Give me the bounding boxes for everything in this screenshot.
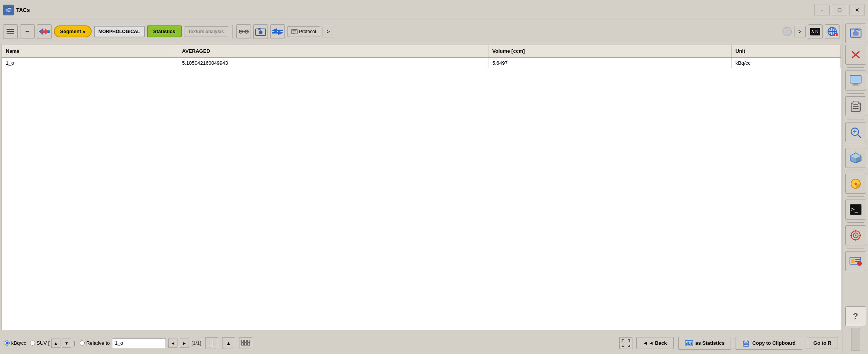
svg-rect-52 <box>853 83 858 84</box>
link-button[interactable] <box>236 24 251 39</box>
sidebar-terminal-button[interactable]: >_ <box>845 200 866 220</box>
statistics-button[interactable]: Statistics <box>147 25 182 37</box>
left-panel: − Segment » MORPHOLOGICAL Statistics Tex… <box>0 20 843 354</box>
copy-clipboard-button[interactable]: Copy to Clipboard <box>736 337 802 350</box>
maximize-button[interactable]: □ <box>832 5 847 15</box>
help-icon: ? <box>853 311 858 321</box>
screenshot-button[interactable] <box>253 24 268 39</box>
svg-rect-56 <box>853 101 858 104</box>
svg-text:A: A <box>811 29 814 34</box>
cell-name: 1_o <box>2 57 178 68</box>
cell-unit: kBq/cc <box>731 57 840 68</box>
svg-rect-33 <box>248 340 250 342</box>
back-label: ◄ Back <box>649 340 667 346</box>
relative-to-input[interactable] <box>112 338 166 348</box>
col-name: Name <box>2 45 178 57</box>
copy-clipboard-label: Copy to Clipboard <box>752 340 796 346</box>
texture-analysis-button[interactable]: Texture analysis <box>184 26 228 37</box>
relative-radio[interactable] <box>80 341 85 346</box>
svg-rect-3 <box>8 10 11 10</box>
close-button[interactable]: ✕ <box>850 5 865 15</box>
sort-button[interactable]: ▲ <box>222 337 235 349</box>
suv-up-button[interactable]: ▲ <box>51 339 60 348</box>
sidebar-segment-button[interactable] <box>845 174 866 194</box>
suv-down-button[interactable]: ▼ <box>62 339 71 348</box>
sidebar-open-button[interactable] <box>845 23 866 43</box>
svg-text:R: R <box>815 29 818 34</box>
suv-radio[interactable] <box>30 341 35 346</box>
suv-group: SUV [ ▲ ▼ ] <box>30 339 76 348</box>
table-header-row: Name AVERAGED Volume [ccm] Unit <box>2 45 841 57</box>
network-toolbar-button[interactable]: ! <box>825 24 840 39</box>
sidebar-divider-2 <box>847 93 864 94</box>
sidebar-help-button[interactable]: ? <box>845 306 866 326</box>
kbqcc-radio-label[interactable]: kBq/cc <box>5 340 26 346</box>
underscore-button[interactable]: _| <box>205 337 218 349</box>
suv-radio-label[interactable]: SUV [ <box>30 340 50 346</box>
sidebar-transfer2-button[interactable]: ! <box>845 251 866 271</box>
svg-rect-79 <box>851 259 855 263</box>
svg-point-14 <box>259 30 263 34</box>
relative-radio-label[interactable]: Relative to <box>80 340 110 346</box>
relative-next-button[interactable]: ► <box>180 339 189 348</box>
main-layout: − Segment » MORPHOLOGICAL Statistics Tex… <box>0 20 868 354</box>
sidebar-divider-5 <box>847 171 864 171</box>
morphological-button[interactable]: MORPHOLOGICAL <box>94 26 145 37</box>
back-icon: ◄ <box>643 340 648 346</box>
svg-rect-38 <box>686 343 687 345</box>
back-button[interactable]: ◄ ◄ Back <box>636 337 673 349</box>
sidebar-divider-7 <box>847 222 864 223</box>
forward-arrow-button[interactable]: > <box>323 26 334 37</box>
svg-rect-36 <box>248 343 250 345</box>
minimize-button[interactable]: − <box>814 5 830 15</box>
sidebar-monitor-button[interactable] <box>845 70 866 91</box>
sidebar-close-button[interactable] <box>845 45 866 65</box>
as-statistics-label: as Statistics <box>696 340 725 346</box>
svg-rect-41 <box>691 342 692 345</box>
unit-radio-group: kBq/cc <box>5 340 26 346</box>
go-to-r-button[interactable]: Go to R <box>807 337 838 349</box>
col-unit: Unit <box>731 45 840 57</box>
svg-line-60 <box>858 134 861 138</box>
footer-bar: kBq/cc SUV [ ▲ ▼ ] Relative to ◄ ► <box>0 332 843 354</box>
status-indicator <box>783 27 792 36</box>
window-controls: − □ ✕ <box>814 5 865 15</box>
sidebar-3d-button[interactable] <box>845 148 866 168</box>
hamburger-menu-button[interactable] <box>3 24 18 39</box>
toolbar-divider-1 <box>232 25 232 39</box>
relative-prev-button[interactable]: ◄ <box>168 339 177 348</box>
grid-button[interactable] <box>239 337 252 349</box>
svg-rect-1 <box>6 9 8 12</box>
svg-rect-39 <box>687 342 689 345</box>
terminal-toolbar-button[interactable]: A R <box>808 24 823 39</box>
protocol-button[interactable]: Protocol <box>287 26 320 37</box>
segment-button[interactable]: Segment » <box>54 25 92 37</box>
minimize-panel-button[interactable]: − <box>20 24 35 39</box>
as-statistics-button[interactable]: as Statistics <box>678 337 731 350</box>
kbqcc-radio[interactable] <box>5 341 10 346</box>
sidebar-scrollbar[interactable] <box>851 328 860 351</box>
navigate-button[interactable] <box>37 24 52 39</box>
sidebar-divider-3 <box>847 119 864 119</box>
svg-rect-7 <box>7 33 14 34</box>
statistics-icon <box>685 340 693 347</box>
svg-rect-2 <box>8 8 11 9</box>
svg-rect-6 <box>7 31 14 32</box>
toolbar: − Segment » MORPHOLOGICAL Statistics Tex… <box>0 20 843 43</box>
zoom-fit-button[interactable] <box>619 337 632 349</box>
sidebar-zoom-button[interactable] <box>845 122 866 142</box>
clipboard-icon <box>742 340 750 347</box>
transfer-button[interactable] <box>270 24 285 39</box>
go-to-r-label: Go to R <box>813 340 831 346</box>
sidebar-clipboard-button[interactable] <box>845 96 866 116</box>
sidebar-target-button[interactable] <box>845 225 866 245</box>
svg-text:!: ! <box>835 33 836 37</box>
sidebar-divider-4 <box>847 145 864 145</box>
statistics-table: Name AVERAGED Volume [ccm] Unit <box>2 45 841 68</box>
sidebar-divider-8 <box>847 248 864 248</box>
svg-text:!: ! <box>858 262 860 266</box>
svg-point-68 <box>855 183 857 185</box>
data-table-container: Name AVERAGED Volume [ccm] Unit <box>2 45 841 330</box>
sidebar-divider-1 <box>847 67 864 68</box>
sidebar-toggle-button[interactable]: > <box>794 26 806 37</box>
